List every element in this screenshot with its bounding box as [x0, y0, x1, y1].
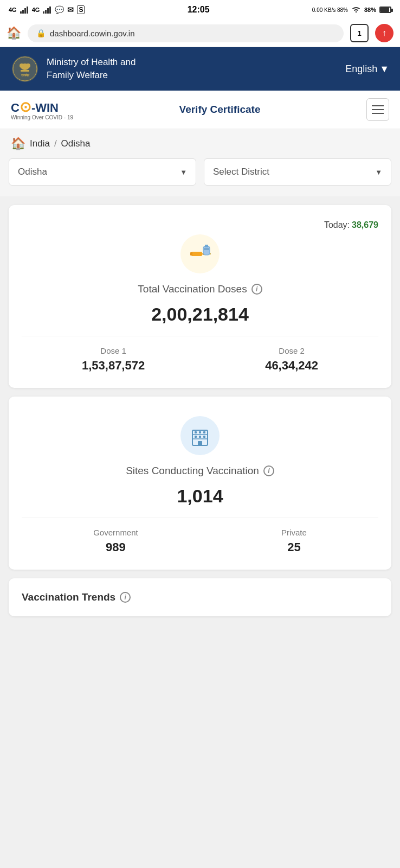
whatsapp-icon: 💬: [55, 5, 64, 14]
breadcrumb-state[interactable]: Odisha: [61, 138, 91, 149]
browser-bar: 🏠 🔒 dashboard.cowin.gov.in 1 ↑: [0, 20, 400, 47]
svg-rect-28: [195, 436, 197, 438]
sites-breakdown: Government 989 Private 25: [22, 518, 378, 554]
hamburger-menu-button[interactable]: [366, 98, 389, 121]
status-right: 0.00 KB/s 88% 88%: [312, 6, 391, 14]
sites-info-icon[interactable]: i: [263, 465, 274, 476]
svg-rect-13: [21, 70, 29, 72]
sites-conducting-title: Sites Conducting Vaccination i: [22, 465, 378, 477]
svg-rect-26: [199, 431, 201, 433]
upload-button[interactable]: ↑: [375, 24, 393, 42]
svg-rect-3: [27, 7, 28, 14]
svg-rect-1: [22, 10, 24, 14]
tab-count-button[interactable]: 1: [350, 24, 369, 42]
svg-point-11: [20, 63, 24, 68]
svg-rect-15: [191, 252, 202, 256]
breadcrumb: 🏠 India / Odisha: [0, 129, 400, 158]
svg-rect-21: [204, 248, 209, 250]
signal-bars-icon-2: [43, 6, 51, 14]
nav-bar: C⊙-WIN Winning Over COVID - 19 Verify Ce…: [0, 91, 400, 129]
vaccination-doses-total: 2,00,21,814: [22, 304, 378, 325]
india-emblem-icon: सत्यमेव: [11, 55, 39, 83]
svg-rect-30: [203, 436, 205, 438]
dose1-item: Dose 1 1,53,87,572: [82, 346, 145, 373]
sites-total: 1,014: [22, 486, 378, 507]
signal-bars-icon: [20, 6, 29, 14]
state-dropdown-arrow: ▼: [180, 168, 187, 176]
dose2-value: 46,34,242: [265, 359, 318, 373]
vaccination-sites-card: Sites Conducting Vaccination i 1,014 Gov…: [9, 397, 391, 570]
syringe-icon: [187, 241, 213, 267]
header-ministry-text: Ministry of Health and Family Welfare: [47, 56, 136, 82]
dose2-label: Dose 2: [265, 346, 318, 355]
email-icon: ✉: [67, 5, 74, 14]
dose2-item: Dose 2 46,34,242: [265, 346, 318, 373]
vaccination-doses-title: Total Vaccination Doses i: [22, 283, 378, 295]
svg-rect-29: [199, 436, 201, 438]
district-dropdown-arrow: ▼: [375, 168, 382, 176]
verify-certificate-link[interactable]: Verify Certificate: [179, 104, 261, 116]
vaccine-icon: [180, 234, 220, 273]
browser-home-button[interactable]: 🏠: [7, 26, 21, 40]
svg-rect-27: [203, 431, 205, 433]
breadcrumb-separator: /: [54, 138, 57, 149]
wifi-icon: [351, 6, 361, 14]
lock-icon: 🔒: [36, 29, 46, 37]
building-svg-icon: [188, 424, 212, 448]
svg-rect-17: [190, 252, 192, 256]
vaccination-doses-breakdown: Dose 1 1,53,87,572 Dose 2 46,34,242: [22, 336, 378, 373]
cowin-logo: C⊙-WIN Winning Over COVID - 19: [11, 99, 73, 120]
site-header: सत्यमेव Ministry of Health and Family We…: [0, 47, 400, 91]
today-value: 38,679: [352, 220, 378, 230]
dose1-value: 1,53,87,572: [82, 359, 145, 373]
url-bar[interactable]: 🔒 dashboard.cowin.gov.in: [28, 24, 344, 42]
signal-4g-2: 4G: [32, 7, 40, 13]
svg-rect-31: [198, 441, 202, 445]
status-time: 12:05: [188, 5, 210, 15]
status-bar: 4G 4G 💬 ✉ S 12:05 0.00 KB/s 88% 88%: [0, 0, 400, 20]
signal-4g-1: 4G: [9, 7, 17, 13]
status-left: 4G 4G 💬 ✉ S: [9, 5, 85, 14]
svg-rect-25: [195, 431, 197, 433]
trends-info-icon[interactable]: i: [120, 592, 131, 603]
government-sites-item: Government 989: [93, 528, 138, 554]
svg-rect-2: [24, 8, 26, 14]
state-select[interactable]: Odisha ▼: [9, 158, 196, 186]
svg-rect-0: [20, 11, 22, 14]
svg-rect-4: [43, 11, 44, 14]
battery-pct: 88%: [364, 7, 376, 13]
card-today-header: Today: 38,679: [22, 220, 378, 230]
header-left: सत्यमेव Ministry of Health and Family We…: [11, 55, 136, 83]
vaccination-icon-area: [22, 234, 378, 273]
vaccination-trends-title: Vaccination Trends i: [22, 591, 378, 603]
private-label: Private: [281, 528, 307, 537]
svg-rect-7: [49, 7, 51, 14]
s-icon: S: [77, 5, 85, 14]
breadcrumb-country[interactable]: India: [30, 138, 50, 149]
vaccination-doses-info-icon[interactable]: i: [251, 284, 262, 295]
government-label: Government: [93, 528, 138, 537]
cards-container: Today: 38,679 Tot: [0, 196, 400, 578]
government-value: 989: [93, 540, 138, 554]
building-icon: [180, 416, 220, 455]
svg-rect-5: [45, 10, 47, 14]
svg-text:सत्यमेव: सत्यमेव: [21, 73, 30, 77]
vaccination-doses-card: Today: 38,679 Tot: [9, 205, 391, 388]
url-text: dashboard.cowin.gov.in: [50, 29, 135, 38]
vaccination-trends-section: Vaccination Trends i: [9, 578, 391, 616]
svg-rect-20: [205, 245, 208, 247]
filters-row: Odisha ▼ Select District ▼: [0, 158, 400, 196]
private-sites-item: Private 25: [281, 528, 307, 554]
svg-rect-19: [203, 246, 210, 255]
battery-icon: [379, 7, 391, 13]
district-select[interactable]: Select District ▼: [204, 158, 391, 186]
svg-rect-6: [47, 8, 49, 14]
data-speed: 0.00 KB/s 88%: [312, 7, 348, 13]
private-value: 25: [281, 540, 307, 554]
language-button[interactable]: English ▼: [345, 63, 389, 75]
breadcrumb-home-icon[interactable]: 🏠: [11, 137, 25, 151]
sites-icon-area: [22, 416, 378, 455]
svg-point-12: [26, 63, 30, 68]
dose1-label: Dose 1: [82, 346, 145, 355]
